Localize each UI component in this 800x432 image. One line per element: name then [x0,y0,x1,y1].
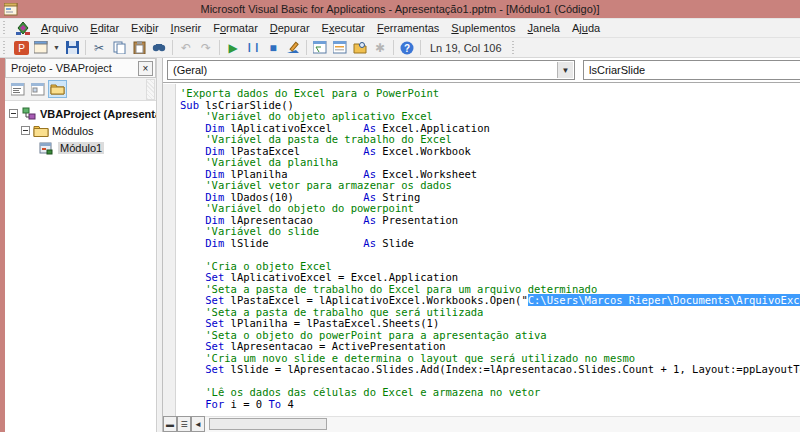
code-margin-bar[interactable] [163,84,176,416]
object-combo[interactable]: (Geral) ▼ [167,60,575,80]
code-editor[interactable]: 'Exporta dados do Excel para o PowerPoin… [177,84,800,416]
tree-item-label: Módulos [52,125,94,137]
scroll-left-icon[interactable]: ◄ [191,416,205,432]
menu-bar: ArquivoEditarExibirInserirFormatarDepura… [0,18,800,38]
copy-button[interactable] [110,39,128,56]
menu-ferramentas[interactable]: Ferramentas [371,20,445,36]
menu-depurar[interactable]: Depurar [264,20,316,36]
menu-executar[interactable]: Executar [316,20,371,36]
project-explorer-button[interactable] [311,39,329,56]
save-button[interactable] [63,39,81,56]
toolbar-separator [85,40,86,55]
module-icon [39,141,55,155]
collapse-icon[interactable] [9,109,18,118]
tree-item-label: VBAProject (Apresentação1 [40,108,156,120]
find-button[interactable] [150,39,168,56]
toolbar-end-grip[interactable] [512,41,517,55]
project-tree: VBAProject (Apresentação1 Módulos Módulo… [5,101,156,156]
toolbar-separator [219,40,220,55]
toolbar-grip[interactable] [3,41,8,55]
menu-janela[interactable]: Janela [522,20,566,36]
svg-text:P: P [18,43,25,54]
menu-formatar[interactable]: Formatar [207,20,264,36]
toolbar-separator [393,40,394,55]
folder-icon [33,124,49,138]
view-code-icon[interactable] [8,80,27,98]
design-mode-button[interactable] [284,39,302,56]
close-icon[interactable]: × [138,61,153,76]
collapse-icon[interactable] [21,126,30,135]
workspace: Projeto - VBAProject × [0,58,800,432]
object-browser-button[interactable] [351,39,369,56]
cut-button[interactable]: ✂ [90,39,108,56]
menu-inserir[interactable]: Inserir [165,20,208,36]
view-object-icon[interactable] [28,80,47,98]
toolbar-separator [172,40,173,55]
menu-suplementos[interactable]: Suplementos [445,20,521,36]
tree-item-vbaproject[interactable]: VBAProject (Apresentação1 [5,105,156,122]
toolbar-separator [306,40,307,55]
run-button[interactable]: ▶ [224,39,242,56]
svg-text:?: ? [404,42,410,53]
procedure-view-button[interactable]: ▬ [163,416,177,432]
project-panel-toolbar [5,78,156,101]
line-col-status: Ln 19, Col 106 [430,42,502,54]
tree-item-modulos[interactable]: Módulos [5,122,156,139]
procedure-combo[interactable]: lsCriarSlide [583,60,800,80]
project-panel-header[interactable]: Projeto - VBAProject × [5,58,156,78]
menu-ajuda[interactable]: Ajuda [566,20,606,36]
project-panel-title: Projeto - VBAProject [11,62,112,74]
code-bottom-bar: ▬ ☰ ◄ [163,416,800,432]
horizontal-scrollbar[interactable] [205,416,800,432]
project-explorer-panel: Projeto - VBAProject × [5,58,157,432]
object-combo-value: (Geral) [173,64,207,76]
vbaproject-icon [21,107,37,121]
menu-items: ArquivoEditarExibirInserirFormatarDepura… [35,20,606,36]
code-combo-row: (Geral) ▼ lsCriarSlide [163,58,800,83]
chevron-down-icon[interactable]: ▼ [557,62,573,78]
full-module-view-button[interactable]: ☰ [177,416,191,432]
reset-button[interactable]: ■ [264,39,282,56]
menubar-grip[interactable] [3,21,8,35]
menu-editar[interactable]: Editar [84,20,125,36]
toggle-folders-icon[interactable] [48,80,67,98]
break-button[interactable]: ❙❙ [244,39,262,56]
menu-arquivo[interactable]: Arquivo [35,20,84,36]
insert-dropdown-arrow[interactable]: ▼ [52,39,61,56]
insert-userform-button[interactable] [32,39,50,56]
horizontal-scrollbar-thumb[interactable] [209,418,327,430]
toolbar-separator [420,40,421,55]
properties-window-button[interactable] [331,39,349,56]
redo-button[interactable]: ↷ [197,39,215,56]
help-button[interactable]: ? [398,39,416,56]
code-line: For i = 0 To 4 [180,399,800,411]
vba-logo-icon [15,21,31,36]
project-scrollbar[interactable] [146,79,155,100]
menu-exibir[interactable]: Exibir [125,20,165,36]
code-line: Dim lSlide As Slide [180,238,800,250]
main-toolbar: P ▼ ✂ ↶ ↷ ▶ ❙❙ ■ ✱ ? Ln 19, Col 106 [0,38,800,58]
window-title: Microsoft Visual Basic for Applications … [0,3,800,15]
undo-button[interactable]: ↶ [177,39,195,56]
tree-item-modulo1[interactable]: Módulo1 [5,139,156,156]
code-line: Set lSlide = lApresentacao.Slides.Add(In… [180,364,800,376]
tree-item-label: Módulo1 [58,142,104,154]
paste-button[interactable] [130,39,148,56]
view-powerpoint-button[interactable]: P [12,39,30,56]
toolbox-button[interactable]: ✱ [371,39,389,56]
code-window: (Geral) ▼ lsCriarSlide 'Exporta dados do… [162,58,800,432]
title-bar: Microsoft Visual Basic for Applications … [0,0,800,18]
procedure-combo-value: lsCriarSlide [589,64,645,76]
